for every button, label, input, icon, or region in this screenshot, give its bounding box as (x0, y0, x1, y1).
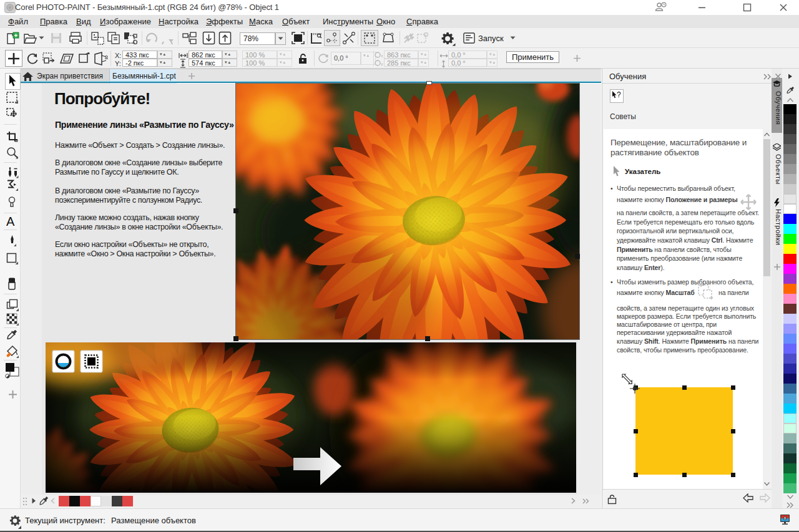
svg-text:x: x (381, 54, 383, 58)
svg-text:y: y (381, 62, 383, 66)
svg-text:?: ? (617, 91, 621, 99)
